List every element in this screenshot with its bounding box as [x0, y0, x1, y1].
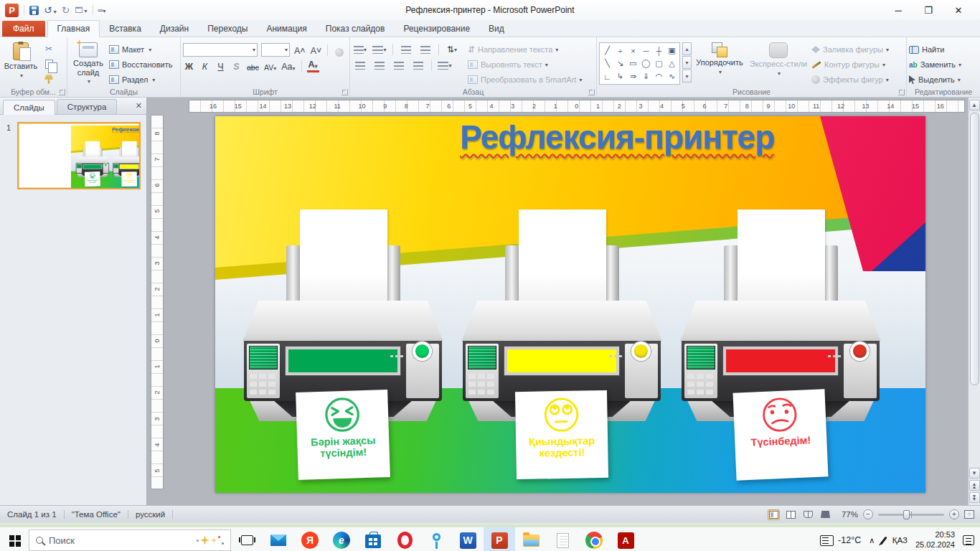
- numbering-button[interactable]: [372, 43, 387, 56]
- taskbar-file-explorer[interactable]: [515, 527, 547, 551]
- tray-expand-icon[interactable]: ∧: [869, 536, 875, 545]
- taskbar-chrome[interactable]: [578, 527, 610, 551]
- dialog-launcher-icon[interactable]: [341, 89, 348, 95]
- minimize-button[interactable]: ─: [888, 5, 908, 16]
- taskbar-search-input[interactable]: Поиск: [29, 529, 231, 551]
- arrange-button[interactable]: Упорядочить: [694, 39, 745, 87]
- horizontal-ruler[interactable]: 1615141312111098765432101234567891011121…: [189, 100, 965, 113]
- powerpoint-logo-icon[interactable]: P: [5, 4, 19, 17]
- weather-widget[interactable]: -12°C: [820, 535, 861, 546]
- taskbar-powerpoint[interactable]: P: [484, 527, 515, 551]
- replace-button[interactable]: abЗаменить: [909, 58, 961, 71]
- font-size-combo[interactable]: [261, 43, 290, 57]
- tab-home[interactable]: Главная: [47, 20, 100, 37]
- tab-slides-thumbnails[interactable]: Слайды: [3, 100, 55, 115]
- quick-styles-button[interactable]: Экспресс-стили: [748, 39, 809, 87]
- tab-file[interactable]: Файл: [2, 21, 45, 37]
- increase-indent-button[interactable]: [418, 43, 433, 56]
- shapes-scroll-down-button[interactable]: ▼: [682, 56, 692, 69]
- dialog-launcher-icon[interactable]: [588, 89, 595, 95]
- tab-insert[interactable]: Вставка: [100, 21, 151, 37]
- reading-view-button[interactable]: [802, 509, 814, 520]
- tab-animations[interactable]: Анимация: [257, 21, 316, 37]
- shapes-scroll-up-button[interactable]: ▲: [682, 42, 692, 55]
- columns-button[interactable]: [437, 59, 453, 72]
- shrink-font-button[interactable]: A˅: [310, 44, 323, 57]
- qat-customize-button[interactable]: ═: [98, 6, 106, 14]
- task-view-button[interactable]: [231, 527, 263, 551]
- clock[interactable]: 20:53 25.02.2024: [915, 530, 955, 550]
- zoom-in-button[interactable]: +: [949, 509, 959, 519]
- format-painter-button[interactable]: [42, 72, 56, 85]
- cut-button[interactable]: ✂: [42, 42, 56, 55]
- find-button[interactable]: Найти: [909, 43, 961, 56]
- align-left-button[interactable]: [352, 59, 368, 72]
- bullets-button[interactable]: [352, 43, 368, 56]
- tab-review[interactable]: Рецензирование: [394, 21, 479, 37]
- zoom-out-button[interactable]: −: [863, 509, 873, 519]
- proofing-language[interactable]: русский: [128, 510, 173, 519]
- start-button[interactable]: [0, 527, 29, 551]
- taskbar-key-app[interactable]: [420, 527, 452, 551]
- close-panel-icon[interactable]: ✕: [136, 101, 142, 110]
- align-center-button[interactable]: [372, 59, 387, 72]
- printed-message-paper[interactable]: Бәрін жақсы түсіндім!: [296, 390, 390, 480]
- clear-formatting-button[interactable]: [333, 44, 345, 57]
- dialog-launcher-icon[interactable]: [898, 89, 905, 95]
- slide-thumbnail[interactable]: Рефлексия-принтер: [17, 122, 141, 189]
- select-button[interactable]: Выделить: [909, 73, 961, 86]
- zoom-slider[interactable]: [878, 514, 944, 516]
- convert-smartart-button[interactable]: Преобразовать в SmartArt: [468, 73, 582, 86]
- line-spacing-button[interactable]: ⇅: [444, 43, 460, 56]
- printer-green[interactable]: Бәрін жақсы түсіндім!: [75, 141, 109, 187]
- slideshow-view-button[interactable]: [819, 509, 831, 520]
- slide-title[interactable]: Рефлексия-принтер: [87, 126, 141, 132]
- grow-font-button[interactable]: A˄: [293, 44, 306, 57]
- printer-yellow[interactable]: Қиындықтар кездесті!: [113, 141, 141, 187]
- align-text-button[interactable]: Выровнять текст: [468, 58, 582, 71]
- next-slide-button[interactable]: ▼▼: [969, 492, 980, 503]
- restore-button[interactable]: ❐: [918, 5, 938, 16]
- strikethrough-button[interactable]: abc: [246, 60, 260, 72]
- printer-yellow[interactable]: Қиындықтар кездесті!: [461, 209, 662, 479]
- tab-slideshow[interactable]: Показ слайдов: [316, 21, 395, 37]
- justify-button[interactable]: [410, 59, 426, 72]
- new-slide-qat-button[interactable]: 🗔: [75, 6, 87, 14]
- character-spacing-button[interactable]: AV: [263, 60, 277, 72]
- text-shadow-button[interactable]: S: [230, 60, 242, 72]
- zoom-slider-thumb[interactable]: [903, 510, 910, 519]
- copy-button[interactable]: [42, 57, 56, 70]
- slide-canvas[interactable]: Рефлексия-принтер: [71, 126, 141, 189]
- shape-outline-button[interactable]: Контур фигуры: [811, 58, 889, 71]
- shape-fill-button[interactable]: Заливка фигуры: [811, 43, 889, 56]
- taskbar-edge[interactable]: e: [326, 527, 357, 551]
- printed-message-paper[interactable]: Қиындықтар кездесті!: [515, 390, 608, 479]
- slide-sorter-view-button[interactable]: [785, 509, 797, 520]
- taskbar-acrobat[interactable]: A: [610, 527, 641, 551]
- bold-button[interactable]: Ж: [183, 60, 195, 72]
- section-button[interactable]: Раздел: [109, 73, 172, 86]
- taskbar-notepad[interactable]: [547, 527, 578, 551]
- normal-view-button[interactable]: [768, 509, 780, 520]
- font-family-combo[interactable]: [183, 43, 258, 57]
- scrollbar-thumb[interactable]: [970, 113, 979, 385]
- taskbar-yandex-browser[interactable]: Я: [294, 527, 326, 551]
- taskbar-opera[interactable]: [389, 527, 420, 551]
- printer-green[interactable]: Бәрін жақсы түсіндім!: [242, 209, 443, 479]
- tab-transitions[interactable]: Переходы: [198, 21, 257, 37]
- taskbar-microsoft-store[interactable]: [357, 527, 389, 551]
- dialog-launcher-icon[interactable]: [59, 89, 65, 95]
- scroll-down-button[interactable]: ▼: [969, 468, 980, 479]
- italic-button[interactable]: К: [199, 60, 211, 72]
- slide-canvas[interactable]: Рефлексия-принтер: [215, 116, 925, 493]
- save-icon[interactable]: [29, 6, 39, 15]
- text-direction-button[interactable]: ⇵Направление текста: [468, 43, 582, 56]
- shapes-more-button[interactable]: ▼: [682, 70, 692, 83]
- keyboard-language[interactable]: ҚАЗ: [892, 536, 908, 545]
- align-right-button[interactable]: [391, 59, 407, 72]
- new-slide-button[interactable]: Создать слайд: [70, 39, 107, 87]
- tab-view[interactable]: Вид: [479, 21, 514, 37]
- vertical-ruler[interactable]: 87654321012345: [151, 115, 164, 489]
- slide-title[interactable]: Рефлексия-принтер: [308, 118, 925, 156]
- theme-name[interactable]: "Тема Office": [65, 510, 128, 519]
